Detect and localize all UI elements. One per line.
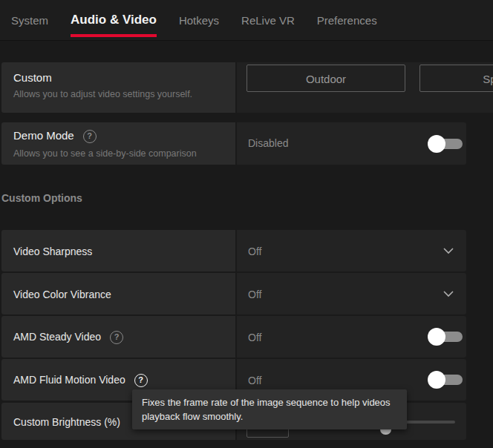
tab-audio-video[interactable]: Audio & Video <box>71 0 157 40</box>
video-color-vibrance-panel: Video Color Vibrance <box>1 273 235 314</box>
tab-relive-vr[interactable]: ReLive VR <box>241 0 295 40</box>
video-sharpness-label: Video Sharpness <box>13 246 92 257</box>
demo-mode-value: Disabled <box>248 137 288 149</box>
video-sharpness-panel: Video Sharpness <box>1 230 235 271</box>
video-color-vibrance-value: Off <box>248 289 261 300</box>
preset-custom-panel: Custom Allows you to adjust video settin… <box>1 62 235 113</box>
chevron-down-icon <box>443 247 454 254</box>
video-color-vibrance-label: Video Color Vibrance <box>13 289 111 300</box>
preset-sports-button[interactable]: Sports <box>419 65 493 92</box>
preset-subtitle: Allows you to adjust video settings your… <box>13 89 192 99</box>
toggle-knob <box>428 135 445 153</box>
fluid-motion-tooltip: Fixes the frame rate of the image sequen… <box>132 389 407 429</box>
amd-fluid-motion-help-icon[interactable]: ? <box>134 374 148 387</box>
video-sharpness-value: Off <box>248 246 261 257</box>
amd-steady-video-toggle[interactable] <box>428 328 463 346</box>
amd-steady-video-help-icon[interactable]: ? <box>110 331 123 344</box>
preset-title: Custom <box>13 71 52 84</box>
custom-brightness-label: Custom Brightness (%) <box>13 416 120 428</box>
preset-buttons-strip: Outdoor Sports <box>237 62 493 113</box>
demo-mode-cell: Disabled <box>237 122 466 165</box>
amd-steady-video-label: AMD Steady Video <box>13 331 101 343</box>
toggle-knob <box>428 328 445 346</box>
amd-fluid-motion-toggle[interactable] <box>428 371 463 389</box>
demo-mode-subtitle: Allows you to see a side-by-side compari… <box>13 148 197 159</box>
amd-steady-video-cell: Off <box>237 316 466 358</box>
toggle-knob <box>428 371 445 389</box>
demo-mode-title: Demo Mode <box>13 129 74 142</box>
section-header-custom-options: Custom Options <box>1 192 82 204</box>
amd-fluid-motion-value: Off <box>248 375 261 386</box>
demo-mode-toggle[interactable] <box>428 135 463 153</box>
preset-outdoor-button[interactable]: Outdoor <box>246 65 405 92</box>
chevron-down-icon <box>443 290 454 297</box>
tab-preferences[interactable]: Preferences <box>317 0 377 40</box>
demo-mode-panel: Demo Mode? Allows you to see a side-by-s… <box>1 122 235 165</box>
tab-hotkeys[interactable]: Hotkeys <box>179 0 219 40</box>
tab-system[interactable]: System <box>11 0 48 40</box>
radeon-settings-window: System Audio & Video Hotkeys ReLive VR P… <box>0 0 493 448</box>
video-sharpness-dropdown[interactable]: Off <box>237 230 466 271</box>
amd-steady-video-panel: AMD Steady Video? <box>1 316 235 358</box>
top-nav: System Audio & Video Hotkeys ReLive VR P… <box>0 0 493 41</box>
video-color-vibrance-dropdown[interactable]: Off <box>237 273 466 314</box>
amd-steady-video-value: Off <box>248 332 261 343</box>
demo-mode-help-icon[interactable]: ? <box>83 130 97 143</box>
amd-fluid-motion-label: AMD Fluid Motion Video <box>13 374 125 386</box>
